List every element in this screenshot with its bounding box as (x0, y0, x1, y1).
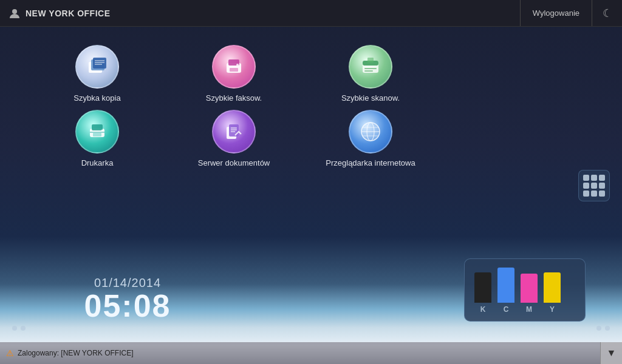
ink-k-container (474, 266, 491, 303)
scroll-dots-right (596, 326, 610, 331)
warning-icon: ⚠ (6, 348, 14, 358)
svg-rect-18 (93, 133, 101, 136)
docserver-icon-circle (212, 110, 256, 153)
clock-area: 01/14/2014 05:08 (36, 276, 219, 322)
printer-icon (85, 120, 109, 144)
ink-k-label: K (480, 305, 486, 314)
svg-point-20 (101, 129, 103, 131)
ink-c-container (497, 266, 514, 303)
fax-icon (222, 55, 246, 79)
user-icon (9, 7, 21, 19)
scan-button[interactable]: Szybkie skanow. (310, 45, 431, 104)
ink-y-container (544, 266, 561, 303)
ink-m-group: M (521, 266, 538, 314)
grid-dots-icon (583, 175, 605, 197)
docserver-icon (222, 120, 246, 144)
ink-c-label: C (504, 305, 509, 314)
svg-point-0 (12, 9, 17, 14)
scroll-dot-4 (605, 326, 610, 331)
scan-icon-circle (349, 45, 392, 89)
ink-m-container (521, 266, 538, 303)
copy-button[interactable]: Szybka kopia (36, 45, 158, 104)
logout-button[interactable]: Wylogowanie (520, 0, 592, 26)
docserver-label: Serwer dokumentów (198, 158, 270, 169)
sleep-button[interactable]: ☾ (592, 0, 622, 26)
ink-m-bar (521, 274, 538, 303)
svg-rect-14 (364, 70, 373, 72)
svg-rect-3 (93, 58, 106, 69)
header-left: NEW YORK OFFICE (0, 7, 110, 19)
browser-icon-circle (349, 110, 392, 153)
status-text-area: ⚠ Zalogowany: [NEW YORK OFFICE] (0, 348, 600, 358)
ink-y-bar (544, 272, 561, 303)
printer-label: Drukarka (81, 158, 114, 169)
fax-button[interactable]: Szybkie faksow. (170, 45, 298, 104)
fax-label: Szybkie faksow. (206, 93, 262, 104)
ink-widget: K C M Y (464, 258, 586, 322)
printer-icon-circle (75, 110, 119, 153)
scroll-dot-3 (596, 326, 601, 331)
scroll-dot-1 (12, 326, 17, 331)
office-title: NEW YORK OFFICE (26, 8, 110, 18)
scan-label: Szybkie skanow. (341, 93, 400, 104)
svg-rect-22 (229, 124, 239, 136)
copy-icon (85, 55, 109, 79)
browser-button[interactable]: Przeglądarka internetowa (310, 110, 431, 169)
icons-grid: Szybka kopia Szybkie faksow. (36, 45, 431, 169)
svg-rect-19 (90, 132, 104, 133)
ink-y-label: Y (550, 305, 555, 314)
ink-m-label: M (526, 305, 532, 314)
copy-icon-circle (75, 45, 119, 89)
printer-button[interactable]: Drukarka (36, 110, 158, 169)
status-bar: ⚠ Zalogowany: [NEW YORK OFFICE] ▼ (0, 342, 622, 364)
status-message: Zalogowany: [NEW YORK OFFICE] (18, 349, 134, 357)
ink-c-group: C (497, 266, 514, 314)
svg-rect-13 (364, 68, 377, 69)
scan-icon (358, 55, 383, 79)
svg-rect-9 (230, 68, 238, 72)
svg-rect-17 (92, 124, 103, 130)
ink-c-bar (497, 268, 514, 303)
clock-time: 05:08 (84, 290, 171, 322)
scroll-dot-2 (21, 326, 26, 331)
svg-rect-15 (367, 58, 374, 62)
docserver-button[interactable]: Serwer dokumentów (170, 110, 298, 169)
ink-k-group: K (474, 266, 491, 314)
status-dropdown-button[interactable]: ▼ (600, 342, 622, 364)
svg-point-10 (236, 64, 239, 66)
scroll-dots-left (12, 326, 26, 331)
header: NEW YORK OFFICE Wylogowanie ☾ (0, 0, 622, 27)
app-grid-button[interactable] (578, 170, 610, 201)
ink-k-bar (474, 272, 491, 303)
fax-icon-circle (212, 45, 256, 89)
ink-y-group: Y (544, 266, 561, 314)
header-right: Wylogowanie ☾ (520, 0, 622, 26)
browser-icon (358, 120, 383, 144)
bottom-area: 01/14/2014 05:08 K C M Y (0, 258, 622, 322)
copy-label: Szybka kopia (73, 93, 120, 104)
browser-label: Przeglądarka internetowa (326, 158, 415, 169)
